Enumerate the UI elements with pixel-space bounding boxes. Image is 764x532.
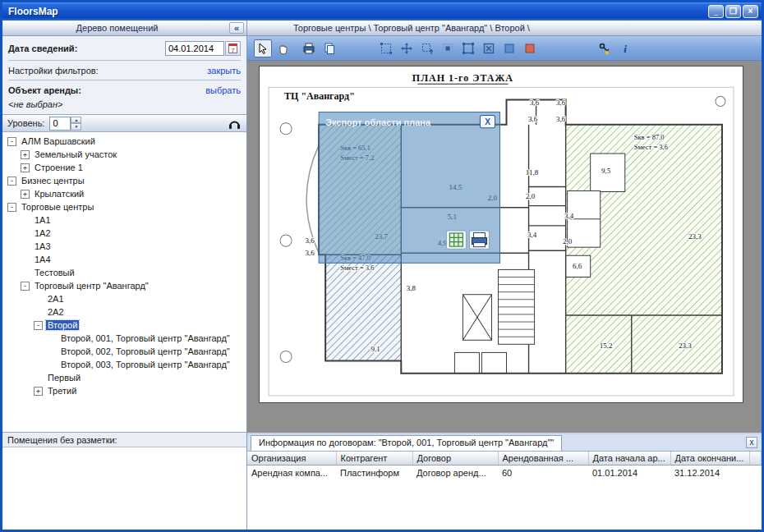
- fill-region-button[interactable]: [500, 39, 518, 57]
- level-input[interactable]: [49, 117, 71, 131]
- plan-canvas[interactable]: ПЛАН 1-го ЭТАЖА ТЦ "Авангард": [260, 66, 743, 402]
- tree-item-label[interactable]: 1А2: [33, 228, 53, 238]
- tree-item[interactable]: Второй, 001, Торговый центр "Авангард": [4, 332, 246, 345]
- column-header[interactable]: Арендованная ...: [498, 452, 588, 466]
- tree-item-label[interactable]: 2А1: [46, 294, 66, 304]
- tree-item[interactable]: Тестовый: [4, 266, 246, 279]
- collapse-toggle-icon[interactable]: -: [7, 137, 16, 146]
- calendar-button[interactable]: 7: [225, 41, 241, 56]
- tree-item[interactable]: -Второй: [4, 319, 246, 332]
- filters-close-link[interactable]: закрыть: [207, 66, 241, 76]
- level-up-button[interactable]: ▲: [71, 117, 81, 124]
- title-bar[interactable]: FloorsMap _ ❐ ×: [2, 2, 762, 21]
- column-header[interactable]: Дата окончани...: [670, 452, 749, 466]
- minimize-button[interactable]: _: [708, 5, 724, 18]
- cursor-tool-button[interactable]: [254, 39, 272, 57]
- tree-item-label[interactable]: Второй: [46, 320, 79, 330]
- tree-item[interactable]: -Торговые центры: [4, 200, 246, 213]
- tree-item-label[interactable]: 2А2: [46, 307, 66, 317]
- close-button[interactable]: ×: [743, 5, 758, 18]
- tree-item-label[interactable]: Второй, 003, Торговый центр "Авангард": [59, 360, 232, 369]
- tree-item-label[interactable]: 1А4: [33, 255, 53, 264]
- tree-item-label[interactable]: Земельный участок: [33, 149, 118, 159]
- tree-item-label[interactable]: Крылатский: [33, 189, 85, 199]
- clear-region-button[interactable]: [480, 39, 498, 57]
- expand-toggle-icon[interactable]: +: [21, 163, 30, 172]
- expand-toggle-icon[interactable]: +: [34, 387, 43, 396]
- settings-button[interactable]: [596, 39, 614, 57]
- tree-item[interactable]: +Земельный участок: [4, 148, 246, 161]
- collapse-panel-button[interactable]: «: [229, 22, 244, 34]
- tree-item-label[interactable]: Торговые центры: [20, 202, 95, 212]
- pan-tool-button[interactable]: [274, 39, 292, 57]
- tree-item[interactable]: 1А3: [4, 240, 246, 253]
- column-header[interactable]: Контрагент: [336, 452, 412, 466]
- tree-item[interactable]: -АЛМ Варшавский: [4, 135, 246, 148]
- expand-toggle-icon[interactable]: +: [21, 190, 30, 199]
- select-region-button[interactable]: [377, 39, 395, 57]
- export-overlay-close-button[interactable]: X: [480, 116, 495, 128]
- table-row[interactable]: Арендная компа...ПластинформДоговор арен…: [247, 466, 762, 481]
- table-cell: Пластинформ: [336, 466, 412, 481]
- add-region-button[interactable]: [418, 39, 436, 57]
- contracts-tab[interactable]: Информация по договорам: "Второй, 001, Т…: [251, 435, 562, 451]
- tree-item-label[interactable]: 1А1: [33, 215, 53, 225]
- tree-item-label[interactable]: Строение 1: [33, 163, 85, 172]
- unmarked-rooms-list[interactable]: [2, 447, 246, 530]
- tree-item-label[interactable]: Второй, 001, Торговый центр "Авангард": [59, 333, 232, 343]
- tree-item[interactable]: +Третий: [4, 384, 246, 397]
- rent-select-link[interactable]: выбрать: [205, 85, 241, 95]
- tree-item[interactable]: +Крылатский: [4, 187, 246, 200]
- headphones-icon[interactable]: [228, 117, 242, 130]
- export-excel-button[interactable]: [446, 231, 466, 249]
- info-button[interactable]: i: [616, 39, 634, 57]
- tree-item[interactable]: 1А2: [4, 227, 246, 240]
- column-header[interactable]: Договор: [412, 452, 498, 466]
- tree-item-label[interactable]: 1А3: [33, 241, 53, 251]
- move-region-button[interactable]: [398, 39, 416, 57]
- tree-item[interactable]: Второй, 002, Торговый центр "Авангард": [4, 345, 246, 358]
- export-print-button[interactable]: [469, 231, 489, 249]
- level-down-button[interactable]: ▼: [71, 123, 81, 131]
- tree-item-label[interactable]: Бизнес центры: [20, 176, 86, 186]
- plan-label: 3,4: [564, 212, 574, 220]
- contracts-close-button[interactable]: x: [746, 437, 757, 448]
- breadcrumb: Торговые центры \ Торговый центр "Аванга…: [293, 23, 530, 33]
- tree-item[interactable]: 1А4: [4, 253, 246, 266]
- tree-item-label[interactable]: Первый: [46, 373, 82, 383]
- column-header[interactable]: Организация: [247, 452, 336, 466]
- tree-item[interactable]: 2А1: [4, 292, 246, 305]
- tree-item[interactable]: +Строение 1: [4, 161, 246, 174]
- collapse-toggle-icon[interactable]: -: [21, 282, 30, 291]
- delete-region-button[interactable]: [521, 39, 539, 57]
- tree-item-label[interactable]: Тестовый: [33, 268, 76, 277]
- edit-region-button[interactable]: [459, 39, 477, 57]
- divider: [8, 80, 241, 80]
- room-tree[interactable]: -АЛМ Варшавский+Земельный участок+Строен…: [2, 132, 246, 433]
- tree-item[interactable]: Второй, 003, Торговый центр "Авангард": [4, 358, 246, 371]
- tree-item[interactable]: 1А1: [4, 213, 246, 227]
- chevron-left-icon: «: [234, 24, 239, 33]
- column-header[interactable]: Дата начала ар...: [588, 452, 670, 466]
- tree-item[interactable]: Первый: [4, 371, 246, 384]
- tree-item-label[interactable]: Торговый центр "Авангард": [33, 281, 150, 291]
- print-plan-button[interactable]: [300, 39, 318, 57]
- room-green-right[interactable]: [566, 125, 722, 374]
- tree-item[interactable]: -Торговый центр "Авангард": [4, 279, 246, 292]
- collapse-toggle-icon[interactable]: -: [7, 177, 16, 186]
- collapse-toggle-icon[interactable]: -: [34, 321, 43, 330]
- plan-building-name: ТЦ "Авангард": [284, 90, 355, 102]
- tree-item-label[interactable]: Третий: [46, 386, 78, 396]
- insert-node-button[interactable]: [439, 39, 457, 57]
- collapse-toggle-icon[interactable]: -: [7, 203, 16, 212]
- restore-button[interactable]: ❐: [725, 5, 741, 18]
- date-input[interactable]: [165, 41, 224, 56]
- expand-toggle-icon[interactable]: +: [21, 150, 30, 159]
- tree-item[interactable]: 2А2: [4, 305, 246, 319]
- tree-item[interactable]: -Бизнес центры: [4, 174, 246, 187]
- stairs: [498, 269, 534, 344]
- tree-item-label[interactable]: АЛМ Варшавский: [20, 136, 97, 146]
- report-button[interactable]: [320, 39, 338, 57]
- plan-label: 9,1: [371, 345, 380, 353]
- tree-item-label[interactable]: Второй, 002, Торговый центр "Авангард": [59, 346, 232, 356]
